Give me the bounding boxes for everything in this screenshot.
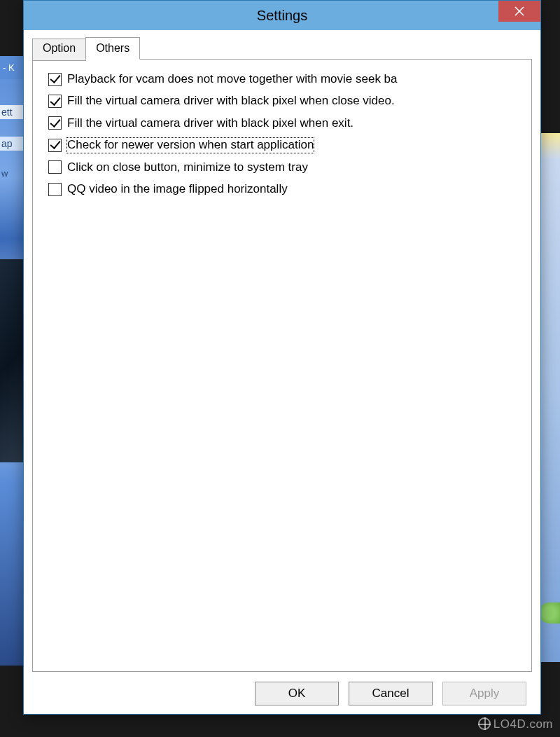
checkbox-label[interactable]: QQ video in the image flipped horizontal…: [67, 182, 288, 196]
checkbox-check-update[interactable]: [48, 139, 62, 152]
tab-strip: Option Others: [32, 37, 532, 60]
close-icon: [514, 6, 524, 16]
titlebar[interactable]: Settings: [24, 1, 540, 30]
watermark-text: LO4D.com: [493, 717, 553, 731]
background-text-fragment: w: [0, 167, 24, 179]
option-row-black-exit: Fill the virtual camera driver with blac…: [48, 116, 516, 130]
checkbox-black-exit[interactable]: [48, 116, 62, 130]
tab-option[interactable]: Option: [32, 39, 86, 61]
option-row-check-update: Check for newer version when start appli…: [48, 138, 516, 152]
tab-panel-others: Playback for vcam does not move together…: [32, 59, 532, 672]
background-green-button: [539, 602, 560, 624]
settings-dialog: Settings Option Others Playback for vcam…: [23, 0, 541, 715]
option-row-minimize-tray: Click on close button, minimize to syste…: [48, 160, 516, 174]
tab-others[interactable]: Others: [85, 37, 140, 60]
checkbox-qq-flip[interactable]: [48, 183, 62, 196]
dialog-button-row: OK Cancel Apply: [32, 672, 532, 705]
option-row-black-close: Fill the virtual camera driver with blac…: [48, 94, 516, 108]
ok-button[interactable]: OK: [255, 682, 339, 705]
client-area: Option Others Playback for vcam does not…: [24, 30, 540, 714]
checkbox-playback-vcam[interactable]: [48, 73, 62, 86]
checkbox-label[interactable]: Fill the virtual camera driver with blac…: [67, 116, 354, 130]
option-row-playback-vcam: Playback for vcam does not move together…: [48, 72, 516, 86]
cancel-button[interactable]: Cancel: [349, 682, 433, 705]
background-text-fragment: ett: [0, 105, 24, 119]
background-title-fragment: - K: [0, 60, 24, 79]
background-video-thumbnail: [0, 259, 24, 462]
checkbox-label[interactable]: Check for newer version when start appli…: [67, 138, 314, 152]
background-window-right: [539, 133, 560, 662]
apply-button: Apply: [442, 682, 526, 705]
checkbox-black-close[interactable]: [48, 95, 62, 108]
option-row-qq-flip: QQ video in the image flipped horizontal…: [48, 182, 516, 196]
globe-icon: [478, 717, 491, 730]
close-button[interactable]: [498, 1, 540, 22]
watermark: LO4D.com: [478, 717, 553, 731]
checkbox-label[interactable]: Playback for vcam does not move together…: [67, 72, 398, 86]
checkbox-label[interactable]: Fill the virtual camera driver with blac…: [67, 94, 395, 108]
background-text-fragment: ap: [0, 137, 24, 151]
checkbox-minimize-tray[interactable]: [48, 160, 62, 174]
checkbox-label[interactable]: Click on close button, minimize to syste…: [67, 160, 308, 174]
window-title: Settings: [257, 8, 307, 24]
